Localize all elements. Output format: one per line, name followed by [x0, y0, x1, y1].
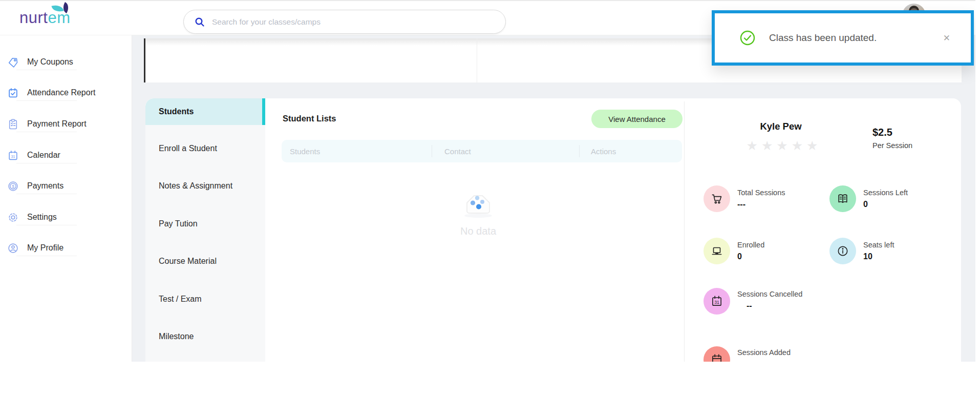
stat-label: Total Sessions: [737, 189, 785, 197]
stat-label: Enrolled: [737, 241, 764, 249]
laptop-icon: [704, 238, 730, 264]
tab-label: Pay Tution: [159, 219, 198, 228]
tab-label: Students: [159, 107, 194, 116]
tab-label: Course Material: [159, 257, 217, 265]
calendar31-icon: 31: [704, 288, 730, 315]
tab-enroll-a-student[interactable]: Enroll a Student: [159, 143, 217, 154]
success-check-icon: [739, 30, 756, 46]
tutor-name: Kyle Pew: [719, 121, 842, 132]
sidebar-item-label: Calendar: [27, 151, 60, 160]
sidebar-item-label: Settings: [27, 213, 57, 222]
cart-icon: [704, 185, 730, 212]
stat-label: Sessions Cancelled: [737, 290, 802, 298]
sidebar-divider: [16, 225, 77, 225]
sidebar-item-label: Attendance Report: [27, 88, 95, 97]
view-attendance-button[interactable]: View Attendance: [591, 110, 683, 128]
tab-course-material[interactable]: Course Material: [159, 256, 217, 266]
sidebar-item-settings[interactable]: Settings: [0, 211, 132, 224]
sidebar-divider: [16, 163, 77, 163]
app-window: nurtem My: [0, 0, 975, 362]
stat-value: ---: [737, 200, 745, 209]
tab-test-exam[interactable]: Test / Exam: [159, 294, 202, 304]
close-icon[interactable]: ✕: [943, 33, 950, 44]
column-separator: [579, 145, 580, 157]
payments-icon: $: [7, 180, 18, 192]
column-separator: [432, 145, 432, 157]
tab-pay-tution[interactable]: Pay Tution: [159, 219, 198, 229]
sidebar-item-payments[interactable]: $ Payments: [0, 179, 132, 193]
logo-text-primary: nurt: [19, 9, 48, 27]
info-icon: [829, 238, 856, 264]
price-value: $2.5: [872, 127, 892, 138]
sidebar-divider: [16, 194, 77, 194]
toast-notification: Class has been updated. ✕: [712, 10, 974, 66]
tab-label: Milestone: [159, 332, 194, 341]
tab-rail: Students Enroll a Student Notes & Assign…: [145, 98, 265, 362]
rating-stars: ★★★★★: [719, 138, 848, 153]
stat-label: Sessions Left: [863, 189, 908, 197]
tab-label: Notes & Assignment: [159, 181, 232, 190]
sidebar: My Coupons Attendance Report: [0, 35, 132, 362]
sidebar-item-payment-report[interactable]: Payment Report: [0, 117, 132, 131]
tab-label: Enroll a Student: [159, 144, 217, 153]
search-icon: [194, 16, 205, 28]
stat-value: --: [747, 301, 752, 310]
sidebar-item-calendar[interactable]: 31 Calendar: [0, 149, 132, 162]
stat-value: 10: [863, 252, 872, 261]
svg-text:31: 31: [714, 300, 719, 305]
column-header-actions: Actions: [591, 147, 616, 156]
profile-icon: [7, 242, 18, 254]
gear-icon: [7, 212, 18, 223]
payment-report-icon: [7, 118, 18, 130]
tab-notes-assignment[interactable]: Notes & Assignment: [159, 181, 232, 191]
student-lists-title: Student Lists: [283, 114, 336, 123]
svg-text:$: $: [12, 183, 14, 189]
students-table-header: Students Contact Actions: [282, 140, 682, 162]
sidebar-divider: [16, 70, 77, 70]
class-summary-panel: Kyle Pew ★★★★★ $2.5 Per Session Total Se…: [684, 98, 961, 362]
class-detail-card: Students Enroll a Student Notes & Assign…: [145, 98, 961, 362]
tab-students[interactable]: Students: [145, 98, 265, 125]
sidebar-item-label: My Profile: [27, 243, 63, 253]
empty-state-text: No data: [436, 225, 520, 237]
sidebar-divider: [16, 256, 77, 256]
book-icon: [829, 185, 856, 212]
sidebar-item-label: My Coupons: [27, 57, 73, 67]
toast-message: Class has been updated.: [769, 32, 930, 44]
calendar-icon: [704, 346, 730, 362]
sidebar-item-label: Payment Report: [27, 119, 87, 129]
nurtem-logo[interactable]: nurtem: [19, 9, 71, 27]
attendance-icon: [7, 87, 18, 98]
calendar-icon: 31: [7, 150, 18, 161]
sidebar-item-attendance-report[interactable]: Attendance Report: [0, 86, 132, 99]
column-header-students: Students: [290, 147, 320, 156]
tab-milestone[interactable]: Milestone: [159, 331, 194, 342]
stat-label: Seats left: [863, 241, 894, 249]
empty-state-icon: [462, 192, 495, 220]
coupon-icon: [7, 56, 18, 68]
sidebar-item-label: Payments: [27, 181, 63, 191]
price-unit: Per Session: [872, 141, 912, 150]
sidebar-item-my-coupons[interactable]: My Coupons: [0, 55, 132, 69]
tab-label: Test / Exam: [159, 295, 202, 303]
stat-value: 0: [737, 252, 742, 261]
sidebar-divider: [16, 100, 77, 101]
column-header-contact: Contact: [444, 147, 471, 156]
class-header-divider: [477, 38, 477, 82]
stat-value: 0: [863, 200, 868, 209]
search-input[interactable]: [212, 17, 495, 27]
sidebar-item-my-profile[interactable]: My Profile: [0, 241, 132, 255]
sidebar-divider: [16, 132, 77, 132]
search-bar[interactable]: [183, 10, 506, 34]
svg-text:31: 31: [11, 154, 15, 158]
stat-label: Sessions Added: [737, 348, 791, 357]
